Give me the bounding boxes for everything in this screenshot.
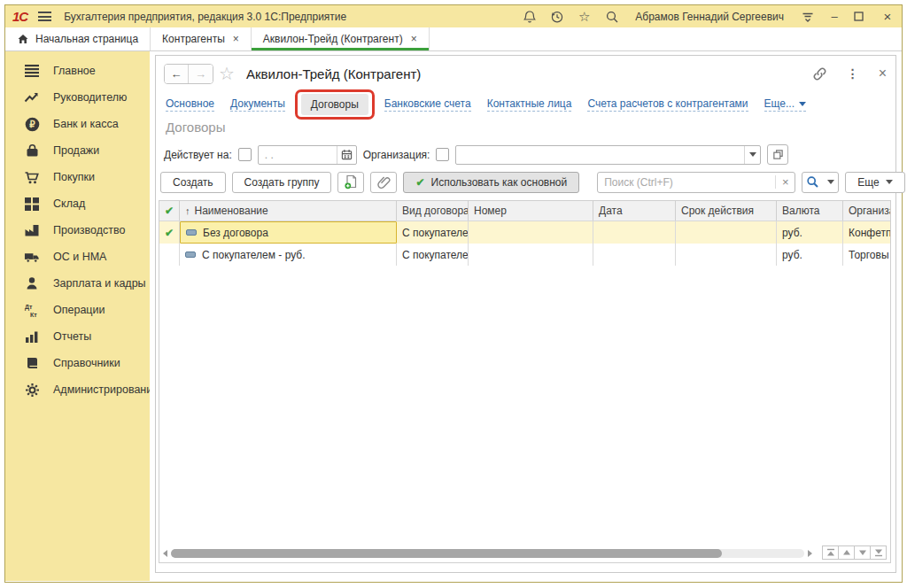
sidebar-item-operatsii[interactable]: ДтКт Операции bbox=[5, 297, 150, 323]
organization-combobox[interactable] bbox=[455, 145, 761, 165]
scroll-right-icon[interactable] bbox=[808, 550, 812, 557]
organization-checkbox[interactable] bbox=[436, 148, 449, 161]
scrollbar-track[interactable] bbox=[171, 549, 804, 558]
sidebar-item-spravochniki[interactable]: Справочники bbox=[5, 350, 150, 376]
go-to-top-button[interactable] bbox=[822, 545, 839, 560]
create-group-button[interactable]: Создать группу bbox=[232, 172, 332, 193]
sidebar-item-zarplata-i-kadry[interactable]: Зарплата и кадры bbox=[5, 270, 150, 297]
go-up-button[interactable] bbox=[838, 545, 855, 560]
get-link-icon[interactable] bbox=[812, 66, 827, 81]
sales-bag-icon bbox=[24, 143, 40, 159]
cell-date[interactable] bbox=[593, 221, 676, 244]
nav-link-dogovory-active[interactable]: Договоры bbox=[301, 94, 368, 115]
cell-kind[interactable]: С покупателем bbox=[397, 244, 469, 266]
column-header-number[interactable]: Номер bbox=[469, 201, 593, 220]
search-icon[interactable] bbox=[604, 9, 619, 24]
go-down-button[interactable] bbox=[854, 545, 871, 560]
horizontal-scrollbar bbox=[163, 548, 812, 559]
hide-panels-icon[interactable] bbox=[800, 9, 815, 24]
current-user[interactable]: Абрамов Геннадий Сергеевич bbox=[635, 11, 784, 23]
favorites-star-icon[interactable]: ☆ bbox=[577, 9, 592, 24]
sidebar-item-proizvodstvo[interactable]: Производство bbox=[5, 217, 150, 244]
cell-organization[interactable]: Конфетп bbox=[843, 221, 891, 244]
chevron-down-icon bbox=[827, 180, 834, 184]
search-clear-icon[interactable]: × bbox=[775, 175, 795, 189]
more-button[interactable]: Еще bbox=[845, 172, 904, 193]
tab-home[interactable]: Начальная страница bbox=[5, 27, 151, 50]
close-form-icon[interactable]: × bbox=[879, 66, 887, 81]
nav-link-kontaktnye-litsa[interactable]: Контактные лица bbox=[487, 97, 572, 112]
cell-currency[interactable]: руб. bbox=[777, 221, 843, 244]
nav-link-esche[interactable]: Еще... bbox=[764, 97, 806, 112]
create-button[interactable]: Создать bbox=[160, 172, 226, 193]
attachments-button[interactable] bbox=[370, 172, 397, 193]
column-header-organization[interactable]: Организация bbox=[843, 201, 891, 220]
cell-number[interactable] bbox=[469, 244, 593, 266]
close-button[interactable]: × bbox=[880, 9, 895, 24]
search-settings-button[interactable] bbox=[802, 172, 839, 193]
column-header-date[interactable]: Дата bbox=[593, 201, 676, 220]
cell-name[interactable]: С покупателем - руб. bbox=[180, 244, 397, 266]
menu-lines-icon bbox=[24, 63, 40, 79]
cell-name-selected[interactable]: Без договора bbox=[180, 221, 397, 244]
sidebar-item-os-i-nma[interactable]: ОС и НМА bbox=[5, 244, 150, 270]
valid-on-checkbox[interactable] bbox=[238, 148, 252, 161]
column-header-name[interactable]: ↑Наименование bbox=[180, 201, 397, 220]
cell-term[interactable] bbox=[676, 244, 777, 266]
column-header-kind[interactable]: Вид договора bbox=[397, 201, 469, 220]
sidebar-item-pokupki[interactable]: Покупки bbox=[5, 164, 150, 190]
sidebar-item-otchety[interactable]: Отчеты bbox=[5, 323, 150, 350]
combo-dropdown-icon[interactable] bbox=[744, 146, 760, 164]
tab-close-icon[interactable]: × bbox=[233, 33, 239, 45]
row-navigation-buttons bbox=[823, 545, 887, 560]
sidebar-item-sklad[interactable]: Склад bbox=[5, 190, 150, 217]
tab-akvilon-treyd[interactable]: Аквилон-Трейд (Контрагент) × bbox=[252, 27, 430, 50]
nav-link-dokumenty[interactable]: Документы bbox=[230, 97, 285, 112]
column-header-term[interactable]: Срок действия bbox=[676, 201, 777, 220]
app-window: 1С Бухгалтерия предприятия, редакция 3.0… bbox=[4, 4, 903, 583]
nav-link-osnovnoe[interactable]: Основное bbox=[166, 97, 214, 112]
forward-button[interactable]: → bbox=[189, 65, 213, 83]
scroll-left-icon[interactable] bbox=[163, 550, 167, 557]
table-row[interactable]: С покупателем - руб. С покупателем руб. … bbox=[159, 244, 891, 266]
organization-choose-button[interactable] bbox=[767, 144, 788, 165]
tab-kontragenty[interactable]: Контрагенты × bbox=[151, 27, 252, 50]
book-icon bbox=[24, 355, 40, 371]
copy-item-button[interactable] bbox=[337, 172, 364, 193]
cell-number[interactable] bbox=[469, 221, 593, 244]
use-as-main-button[interactable]: ✔ Использовать как основной bbox=[403, 172, 579, 193]
main-menu-icon[interactable] bbox=[38, 12, 51, 21]
sidebar-item-rukovoditelyu[interactable]: Руководителю bbox=[5, 84, 150, 111]
tab-close-icon[interactable]: × bbox=[411, 33, 417, 45]
cell-organization[interactable]: Торговы bbox=[843, 244, 891, 266]
nav-link-scheta-raschetov[interactable]: Счета расчетов с контрагентами bbox=[587, 97, 748, 112]
minimize-button[interactable]: – bbox=[827, 10, 841, 23]
cell-currency[interactable]: руб. bbox=[777, 244, 843, 266]
nav-link-bankovskie-scheta[interactable]: Банковские счета bbox=[384, 97, 471, 112]
cell-term[interactable] bbox=[676, 221, 777, 244]
history-icon[interactable] bbox=[549, 9, 564, 24]
contracts-table: ✔ ↑Наименование Вид договора Номер Дата … bbox=[159, 200, 891, 563]
svg-text:Дт: Дт bbox=[25, 304, 33, 311]
calendar-icon[interactable] bbox=[337, 146, 356, 164]
sidebar-item-administrirovanie[interactable]: Администрирование bbox=[5, 376, 150, 403]
table-row[interactable]: ✔ Без договора С покупателем руб. Конфет… bbox=[159, 221, 891, 244]
scrollbar-thumb[interactable] bbox=[171, 549, 722, 558]
sidebar-item-bank-i-kassa[interactable]: ₽ Банк и касса bbox=[5, 111, 150, 137]
column-header-currency[interactable]: Валюта bbox=[777, 201, 843, 220]
maximize-button[interactable] bbox=[854, 12, 868, 21]
sidebar-item-prodazhi[interactable]: Продажи bbox=[5, 137, 150, 164]
date-field[interactable]: . . bbox=[258, 145, 357, 165]
window-title: Бухгалтерия предприятия, редакция 3.0 1С… bbox=[64, 11, 346, 23]
cell-date[interactable] bbox=[593, 244, 676, 266]
cell-kind[interactable]: С покупателем bbox=[397, 221, 469, 244]
chevron-down-icon bbox=[886, 180, 893, 184]
sidebar-item-glavnoe[interactable]: Главное bbox=[5, 58, 150, 84]
more-actions-icon[interactable]: ⋮ bbox=[847, 66, 859, 81]
valid-on-label: Действует на: bbox=[164, 149, 232, 161]
search-input[interactable] bbox=[598, 176, 775, 189]
notifications-bell-icon[interactable] bbox=[522, 9, 537, 24]
back-button[interactable]: ← bbox=[165, 65, 189, 83]
go-to-bottom-button[interactable] bbox=[870, 545, 887, 560]
favorite-star-icon[interactable]: ☆ bbox=[219, 63, 235, 84]
